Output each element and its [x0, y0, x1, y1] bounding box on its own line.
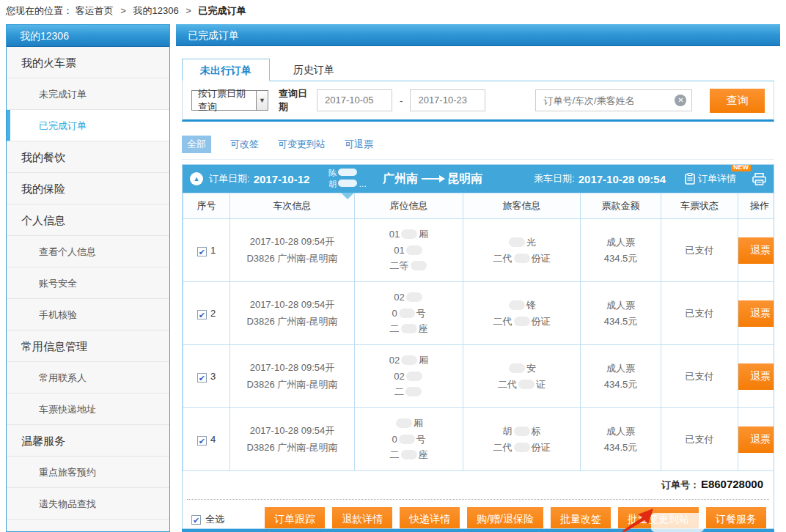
order-details-label: 订单详情	[698, 172, 736, 185]
route-from: 广州南	[383, 171, 418, 187]
date-range-separator: -	[400, 95, 403, 106]
row-checkbox[interactable]	[197, 373, 207, 383]
redaction-blur	[399, 435, 415, 444]
route-arrow-icon	[422, 178, 444, 180]
sidebar-item-view-personal-info[interactable]: 查看个人信息	[7, 236, 169, 267]
filter-all[interactable]: 全部	[182, 136, 211, 153]
sidebar-item-ticket-delivery-address[interactable]: 车票快递地址	[7, 394, 169, 425]
meal-service-button[interactable]: 订餐服务	[706, 507, 766, 529]
ticket-status: 已支付	[686, 308, 714, 319]
sidebar-item-my-train-tickets[interactable]: 我的火车票	[7, 47, 169, 78]
filter-changeable[interactable]: 可改签	[230, 138, 259, 151]
train-time: 2017-10-28 09:54开	[230, 360, 354, 376]
refund-details-button[interactable]: 退款详情	[332, 507, 392, 529]
sidebar-item-warm-services[interactable]: 温馨服务	[7, 425, 169, 457]
seat-carriage: 02	[355, 289, 463, 305]
keyword-search-wrap: ✕	[535, 89, 692, 111]
passenger-name: 光	[463, 234, 580, 250]
date-to-input[interactable]: 2017-10-23	[410, 89, 485, 111]
seat-number: 0号	[355, 432, 463, 447]
page-title: 已完成订单	[176, 24, 780, 46]
red-arrow-annotation	[620, 507, 654, 532]
refund-button[interactable]: 退票	[738, 426, 774, 453]
tab-history-orders[interactable]: 历史订单	[270, 59, 358, 81]
col-header-seat-info: 席位信息	[355, 193, 463, 219]
order-table: 序号 车次信息 席位信息 旅客信息 票款金额 车票状态 操作 1 2017-10…	[183, 193, 774, 471]
sidebar-item-completed-orders[interactable]: 已完成订单	[7, 110, 169, 141]
row-checkbox[interactable]	[197, 310, 207, 319]
keyword-input[interactable]	[535, 89, 692, 111]
fare-amount: 434.5元	[581, 377, 661, 392]
search-button[interactable]: 查询	[710, 89, 765, 113]
sidebar-item-my-dining[interactable]: 我的餐饮	[7, 141, 169, 173]
order-route: 广州南 昆明南	[383, 171, 482, 187]
insurance-button[interactable]: 购/赠/退保险	[467, 507, 543, 529]
fare-type: 成人票	[581, 424, 661, 439]
breadcrumb: 您现在的位置： 客运首页 > 我的12306 > 已完成订单	[6, 4, 246, 18]
col-header-fare: 票款金额	[581, 193, 661, 219]
train-route: D3826 广州南-昆明南	[230, 440, 354, 456]
refund-button[interactable]: 退票	[738, 363, 774, 390]
fare-amount: 434.5元	[581, 251, 661, 266]
collapse-icon[interactable]: ▲	[190, 172, 203, 185]
order-header-bar: ▲ 订单日期: 2017-10-12 陈 胡… 广州南 昆明南 乘车日期: 20…	[183, 165, 774, 193]
breadcrumb-link-home[interactable]: 客运首页	[76, 5, 114, 16]
print-icon[interactable]	[752, 173, 766, 185]
order-number-row: 订单号：E860728000	[183, 471, 774, 495]
redaction-blur	[406, 292, 422, 302]
redaction-blur	[401, 355, 417, 365]
delivery-details-button[interactable]: 快递详情	[400, 507, 460, 529]
sidebar-item-key-passenger-reservation[interactable]: 重点旅客预约	[7, 457, 169, 488]
breadcrumb-link-my12306[interactable]: 我的12306	[133, 5, 178, 16]
sidebar-item-unfinished-orders[interactable]: 未完成订单	[7, 78, 169, 110]
select-all-checkbox[interactable]	[191, 515, 201, 525]
sidebar-item-account-security[interactable]: 账号安全	[7, 267, 169, 299]
sidebar-item-phone-verification[interactable]: 手机核验	[7, 299, 169, 330]
ticket-status: 已支付	[686, 434, 714, 445]
table-row: 2 2017-10-28 09:54开D3826 广州南-昆明南 020号二座 …	[183, 282, 775, 345]
redaction-blur	[401, 229, 417, 239]
col-header-ticket-status: 车票状态	[661, 193, 738, 219]
order-block: ▲ 订单日期: 2017-10-12 陈 胡… 广州南 昆明南 乘车日期: 20…	[182, 164, 774, 529]
select-all[interactable]: 全选	[191, 513, 224, 526]
quick-filters: 全部 可改签 可变更到站 可退票	[182, 136, 373, 153]
table-row: 3 2017-10-28 09:54开D3826 广州南-昆明南 02厢02二 …	[183, 345, 775, 408]
sidebar-item-lost-item-search[interactable]: 遗失物品查找	[7, 488, 169, 520]
ride-date: 乘车日期: 2017-10-28 09:54	[528, 172, 666, 185]
date-from-input[interactable]: 2017-10-05	[317, 89, 392, 111]
row-checkbox[interactable]	[197, 436, 207, 446]
filter-refundable[interactable]: 可退票	[345, 138, 373, 151]
query-type-select[interactable]: 按订票日期查询 ▼	[191, 90, 268, 111]
redaction-blur	[396, 418, 412, 428]
tab-upcoming-orders[interactable]: 未出行订单	[182, 59, 270, 81]
train-time: 2017-10-28 09:54开	[230, 234, 354, 250]
table-row: 4 2017-10-28 09:54开D3826 广州南-昆明南 厢0号二座 胡…	[183, 408, 775, 471]
refund-button[interactable]: 退票	[738, 237, 774, 264]
passenger-name: 胡标	[463, 424, 580, 439]
filter-station-changeable[interactable]: 可变更到站	[278, 138, 326, 151]
sidebar: 我的12306 我的火车票 未完成订单 已完成订单 我的餐饮 我的保险 个人信息…	[6, 24, 170, 532]
seat-number: 0号	[355, 306, 463, 321]
col-header-passenger-info: 旅客信息	[463, 193, 581, 219]
redaction-blur	[518, 380, 535, 389]
redaction-blur	[401, 324, 417, 333]
sidebar-item-personal-info[interactable]: 个人信息	[7, 204, 169, 236]
batch-change-button[interactable]: 批量改签	[551, 507, 611, 529]
sidebar-menu: 我的火车票 未完成订单 已完成订单 我的餐饮 我的保险 个人信息 查看个人信息 …	[7, 47, 169, 520]
chevron-down-icon[interactable]: ▼	[256, 91, 268, 110]
refund-button[interactable]: 退票	[738, 300, 774, 327]
sidebar-item-my-insurance[interactable]: 我的保险	[7, 173, 169, 204]
sidebar-title: 我的12306	[7, 25, 169, 47]
order-details-link[interactable]: 订单详情 NEW	[685, 172, 736, 185]
row-checkbox[interactable]	[197, 247, 207, 256]
seat-class: 二	[355, 384, 463, 399]
train-route: D3826 广州南-昆明南	[230, 377, 354, 393]
row-number: 3	[210, 371, 216, 382]
sidebar-item-frequent-contacts[interactable]: 常用联系人	[7, 362, 169, 394]
passenger-name: 锋	[463, 298, 580, 313]
query-type-value: 按订票日期查询	[192, 87, 256, 114]
redaction-blur	[514, 443, 530, 452]
sidebar-item-common-info-mgmt[interactable]: 常用信息管理	[7, 330, 169, 362]
filter-bar: 按订票日期查询 ▼ 查询日期 2017-10-05 - 2017-10-23 ✕…	[182, 81, 774, 122]
order-tracking-button[interactable]: 订单跟踪	[265, 507, 325, 529]
